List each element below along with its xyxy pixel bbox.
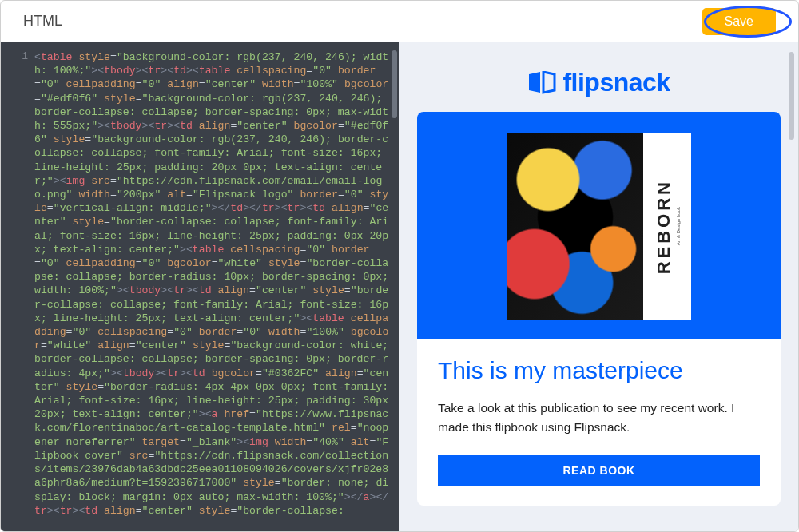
email-description: Take a look at this publication to see m…: [438, 399, 760, 437]
preview-pane: flipsnack REBORN Art & Design book This …: [400, 42, 798, 531]
email-heading: This is my masterpiece: [438, 357, 760, 384]
preview-scrollbar[interactable]: [789, 52, 794, 140]
line-number: 1: [1, 50, 28, 62]
flipsnack-icon: [527, 71, 556, 95]
topbar: HTML Save: [1, 1, 798, 42]
code-content[interactable]: <table style="background-color: rgb(237,…: [34, 50, 390, 531]
cover-spine-sub: Art & Design book: [676, 207, 681, 245]
save-button[interactable]: Save: [702, 8, 776, 35]
cover-spine: REBORN Art & Design book: [643, 133, 691, 320]
cover-spine-title: REBORN: [654, 179, 674, 274]
hero-section: REBORN Art & Design book: [417, 112, 781, 339]
line-gutter: 1: [1, 42, 34, 531]
page-title: HTML: [23, 13, 62, 30]
email-body: This is my masterpiece Take a look at th…: [417, 339, 781, 506]
read-book-button[interactable]: READ BOOK: [438, 455, 760, 486]
code-editor-pane[interactable]: 1 <table style="background-color: rgb(23…: [1, 42, 400, 531]
flipbook-cover[interactable]: REBORN Art & Design book: [507, 133, 691, 320]
split-panes: 1 <table style="background-color: rgb(23…: [1, 42, 798, 531]
email-card: REBORN Art & Design book This is my mast…: [417, 112, 781, 506]
brand-name: flipsnack: [562, 68, 670, 97]
brand-logo: flipsnack: [414, 50, 784, 112]
cover-art: [507, 133, 643, 320]
code-scrollbar[interactable]: [392, 50, 397, 118]
